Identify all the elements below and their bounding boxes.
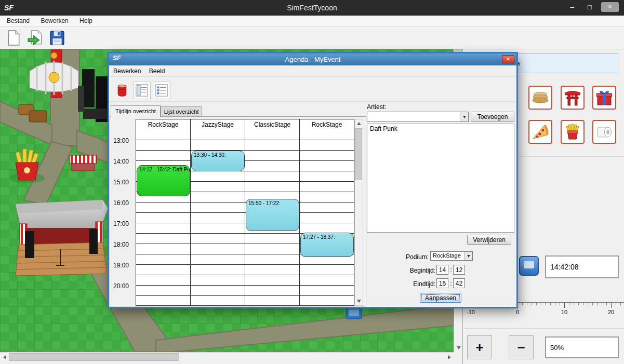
arrow-down-icon	[357, 300, 361, 303]
ruler-label: 20	[601, 309, 621, 315]
scroll-left-button[interactable]	[0, 353, 9, 361]
start-minute-field[interactable]	[453, 265, 465, 275]
main-stage[interactable]	[16, 200, 108, 276]
schedule-event-daft-punk[interactable]: 14:12 - 15:42: Daft Punk	[137, 165, 190, 196]
time-row-label: 14:00	[113, 158, 134, 165]
shop-item-sandwich[interactable]	[528, 86, 552, 110]
podium-combo-value: RockStage	[433, 252, 463, 260]
open-file-icon	[27, 30, 44, 46]
schedule-event[interactable]: 13:30 - 14:30:	[191, 151, 245, 171]
title-bar[interactable]: SF SimFestTycoon – □ ×	[0, 0, 624, 16]
save-file-icon	[49, 30, 65, 46]
zoom-out-button[interactable]: −	[509, 335, 534, 359]
scroll-right-button[interactable]	[445, 353, 454, 361]
schedule-scrollbar[interactable]	[354, 119, 363, 306]
arrow-right-icon	[448, 355, 451, 359]
chevron-down-icon	[460, 112, 468, 122]
dialog-menu-beeld[interactable]: Beeld	[148, 65, 170, 75]
list-view-button[interactable]	[153, 82, 170, 99]
timeline-panel: 13:00 14:00 15:00 16:00 17:00 18:00 19:0…	[110, 116, 366, 306]
add-artist-button[interactable]: Toevoegen	[471, 112, 514, 122]
map-horizontal-scrollbar[interactable]	[0, 352, 454, 361]
arrow-left-icon	[3, 355, 6, 359]
column-header: RockStage	[300, 119, 354, 130]
time-row-label: 20:00	[113, 282, 134, 290]
delete-button[interactable]	[113, 82, 131, 99]
time-separator: :	[449, 266, 453, 274]
schedule-scroll-up-button[interactable]	[355, 119, 363, 128]
main-toolbar	[0, 26, 624, 49]
timeline-view-button[interactable]	[133, 82, 151, 99]
start-time-label: Begintijd:	[379, 267, 435, 274]
start-hour-field[interactable]	[436, 265, 448, 275]
dialog-title-bar[interactable]: SF Agenda - MyEvent ×	[109, 53, 516, 65]
artist-list-item[interactable]: Daft Punk	[367, 124, 514, 133]
scroll-down-button[interactable]	[454, 343, 463, 352]
shop-item-fries[interactable]	[561, 120, 585, 144]
zoom-in-button[interactable]: +	[467, 335, 492, 359]
schedule-event[interactable]: 17:27 - 18:37:	[300, 233, 354, 257]
close-button[interactable]: ×	[601, 2, 619, 12]
new-file-button[interactable]	[4, 29, 23, 47]
schedule-header: RockStage JazzyStage ClassicStage RockSt…	[136, 119, 354, 130]
schedule-event[interactable]: 15:50 - 17:22:	[246, 199, 299, 231]
time-row-label: 16:00	[113, 199, 134, 207]
end-hour-field[interactable]	[436, 278, 448, 288]
artist-combo-value	[369, 112, 459, 122]
column-header: JazzyStage	[191, 119, 245, 130]
schedule-scroll-down-button[interactable]	[355, 297, 363, 305]
torii-gate-icon	[563, 88, 582, 107]
window-controls: – □ ×	[566, 0, 619, 14]
shop-item-pizza[interactable]	[528, 120, 552, 144]
map-screen-glass	[349, 309, 359, 316]
save-file-button[interactable]	[48, 29, 67, 47]
menu-help[interactable]: Help	[75, 16, 97, 26]
open-file-button[interactable]	[26, 29, 45, 47]
dialog-menu-bewerken[interactable]: Bewerken	[112, 65, 146, 75]
time-row-label: 13:00	[113, 137, 134, 144]
application-window: SF SimFestTycoon – □ × Bestand Bewerken …	[0, 0, 624, 364]
hscroll-thumb[interactable]	[9, 353, 179, 361]
tab-lijst-overzicht[interactable]: Lijst overzicht	[161, 106, 202, 117]
end-minute-field[interactable]	[453, 278, 465, 288]
minimize-button[interactable]: –	[566, 3, 578, 11]
artist-list[interactable]: Daft Punk	[367, 124, 514, 233]
time-row-label: 17:00	[113, 220, 134, 227]
arrow-up-icon	[357, 122, 361, 125]
clock-icon[interactable]	[519, 256, 539, 276]
remove-artist-button[interactable]: Verwijderen	[467, 235, 511, 245]
podium-combo[interactable]: RockStage	[430, 251, 473, 261]
schedule-scroll-thumb[interactable]	[355, 128, 362, 180]
time-row-label: 19:00	[113, 262, 134, 269]
divider	[463, 328, 624, 329]
striped-stand[interactable]	[70, 155, 97, 171]
shop-item-toilet-paper[interactable]	[592, 120, 616, 144]
menu-bewerken[interactable]: Bewerken	[36, 16, 73, 26]
clock-value-field[interactable]	[545, 255, 619, 278]
dialog-close-button[interactable]: ×	[502, 55, 514, 63]
pizza-icon	[531, 123, 550, 141]
clock-icon-glass	[524, 261, 534, 268]
time-row-label: 18:00	[113, 241, 134, 248]
gift-icon	[595, 88, 614, 107]
shop-item-gift[interactable]	[592, 86, 616, 110]
window-title: SimFestTycoon	[0, 0, 624, 16]
agenda-dialog: SF Agenda - MyEvent × Bewerken Beeld Tij…	[109, 53, 516, 307]
tab-tijdlijn-overzicht[interactable]: Tijdlijn overzicht	[111, 105, 161, 117]
schedule-grid[interactable]: 14:12 - 15:42: Daft Punk 13:30 - 14:30: …	[136, 130, 354, 306]
fries-icon	[563, 123, 582, 141]
shop-item-torii-gate[interactable]	[561, 86, 585, 110]
event-label: 17:27 - 18:37:	[303, 234, 335, 240]
menu-bestand[interactable]: Bestand	[2, 16, 34, 26]
zoom-value-input[interactable]	[545, 336, 619, 358]
apply-button[interactable]: Aanpassen	[420, 293, 461, 303]
event-label: 14:12 - 15:42: Daft Punk	[139, 167, 190, 172]
column-header: RockStage	[136, 119, 191, 130]
clock-display	[545, 255, 619, 278]
dialog-title: Agenda - MyEvent	[109, 53, 516, 65]
time-row-label: 15:00	[113, 179, 134, 186]
maximize-button[interactable]: □	[583, 3, 596, 11]
ruler-label: 10	[554, 309, 575, 315]
event-label: 13:30 - 14:30:	[194, 152, 226, 158]
artist-combo[interactable]	[367, 112, 469, 122]
